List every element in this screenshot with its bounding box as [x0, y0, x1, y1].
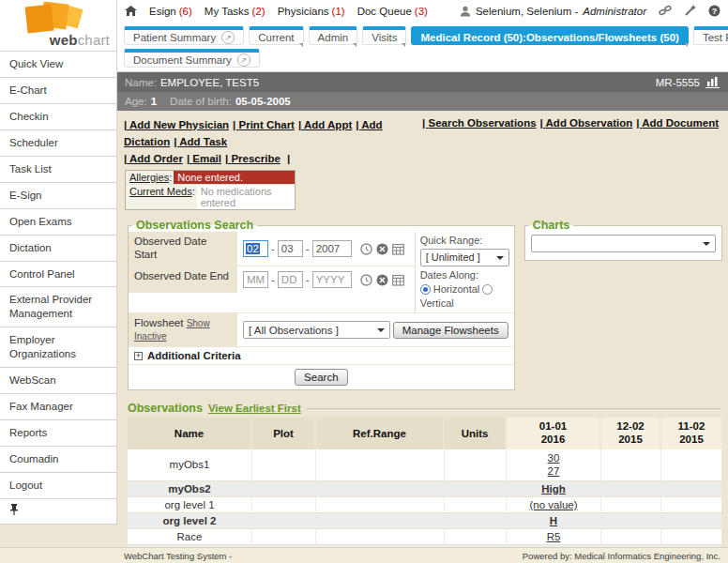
time-icon[interactable]: [360, 243, 372, 255]
calendar-icon[interactable]: [392, 274, 404, 286]
help-icon[interactable]: ?: [708, 5, 720, 17]
quick-range-label: Quick Range:: [420, 234, 509, 248]
topnav-doc-queue-count: (3): [415, 6, 428, 17]
sidebar-item-external-provider-management[interactable]: External Provider Management: [0, 286, 116, 327]
topnav-doc-queue-label: Doc Queue: [357, 6, 412, 17]
start-day-input[interactable]: [278, 240, 303, 257]
user-menu[interactable]: Selenium, Selenium - Administrator: [460, 6, 646, 17]
charts-select[interactable]: [531, 235, 716, 252]
table-row: org level 1 (no value): [128, 497, 721, 513]
link-add-appt[interactable]: Add Appt: [298, 119, 352, 130]
sidebar-item-reports[interactable]: Reports: [0, 419, 116, 446]
tab-patient-summary[interactable]: Patient Summary: [124, 26, 244, 45]
observations-search-title: Observations Search: [132, 219, 257, 232]
tab-admin-label: Admin: [318, 32, 349, 43]
table-row: org level 2 H: [128, 513, 721, 529]
topnav-esign[interactable]: Esign (6): [149, 6, 192, 17]
obs-value-link[interactable]: R5: [547, 531, 561, 542]
obs-value-link[interactable]: H: [550, 515, 557, 526]
flowsheet-value: [ All Observations ]: [249, 325, 339, 336]
sidebar-item-coumadin[interactable]: Coumadin: [0, 446, 116, 472]
sidebar-item-task-list[interactable]: Task List: [0, 156, 116, 182]
topnav-my-tasks[interactable]: My Tasks (2): [205, 6, 265, 17]
sidebar-item-logout[interactable]: Logout: [0, 472, 116, 498]
sidebar-item-dictation[interactable]: Dictation: [0, 235, 116, 261]
flowsheet-select[interactable]: [ All Observations ]: [243, 321, 390, 339]
horizontal-radio-label: Horizontal: [433, 283, 480, 295]
search-button[interactable]: Search: [295, 369, 347, 386]
link-add-task[interactable]: Add Task: [174, 136, 227, 147]
link-add-observation[interactable]: Add Observation: [540, 117, 633, 129]
sidebar-item-open-exams[interactable]: Open Exams: [0, 208, 116, 235]
sidebar-item-control-panel[interactable]: Control Panel: [0, 261, 116, 287]
clear-date-icon[interactable]: [376, 274, 388, 286]
link-icon[interactable]: [659, 5, 672, 17]
link-add-document[interactable]: Add Document: [636, 117, 719, 129]
topnav-doc-queue[interactable]: Doc Queue (3): [357, 6, 428, 17]
dates-along-vertical-radio[interactable]: [482, 284, 493, 295]
quick-range-value: [ Unlimited ]: [426, 251, 480, 265]
sidebar-item-e-chart[interactable]: E-Chart: [0, 77, 116, 103]
observations-search-panel: Observations Search Observed Date Start …: [128, 219, 515, 390]
calendar-icon[interactable]: [392, 243, 404, 255]
topnav-physicians[interactable]: Physicians (1): [278, 6, 345, 17]
quick-range-select[interactable]: [ Unlimited ]: [420, 249, 509, 266]
end-year-input[interactable]: [312, 271, 352, 288]
link-search-observations[interactable]: Search Observations: [422, 117, 536, 129]
action-links: Add New PhysicianPrint ChartAdd ApptAdd …: [124, 117, 722, 167]
tab-document-summary[interactable]: Document Summary: [124, 49, 260, 68]
view-earliest-first-link[interactable]: View Earliest First: [208, 403, 301, 414]
sidebar-item-quick-view[interactable]: Quick View: [0, 51, 116, 77]
tab-test-results[interactable]: Test Results: [693, 26, 728, 45]
additional-criteria-label: Additional Criteria: [147, 350, 241, 361]
end-day-input[interactable]: [278, 271, 303, 288]
link-email[interactable]: Email: [187, 153, 221, 164]
time-icon[interactable]: [360, 274, 372, 286]
obs-value-link[interactable]: (no value): [529, 499, 577, 510]
table-row: myObs1 3027: [128, 449, 721, 481]
sidebar-item-checkin[interactable]: Checkin: [0, 103, 116, 129]
tab-medical-record-observations[interactable]: Medical Record (50):Observations/Flowshe…: [411, 26, 688, 45]
external-link-icon[interactable]: [221, 31, 235, 44]
obs-value-link[interactable]: High: [541, 483, 566, 495]
sidebar-pin-button[interactable]: [0, 498, 116, 524]
manage-flowsheets-button[interactable]: Manage Flowsheets: [393, 322, 508, 339]
col-units: Units: [445, 418, 507, 449]
charts-panel: Charts: [524, 219, 722, 261]
topnav-esign-count: (6): [179, 6, 192, 17]
link-add-new-physician[interactable]: Add New Physician: [124, 119, 229, 130]
end-month-input[interactable]: [243, 271, 268, 288]
current-meds-link[interactable]: Current Meds: [126, 185, 197, 209]
start-year-input[interactable]: [312, 240, 352, 257]
allergies-link[interactable]: Allergies: [126, 171, 174, 184]
current-meds-value: No medications entered: [197, 185, 295, 209]
home-icon[interactable]: [125, 6, 137, 17]
patient-name-label: Name:: [125, 77, 157, 88]
tab-visits[interactable]: Visits: [362, 26, 406, 45]
sidebar-item-scheduler[interactable]: Scheduler: [0, 129, 116, 156]
sidebar-item-employer-organizations[interactable]: Employer Organizations: [0, 327, 116, 367]
obs-value-link[interactable]: 27: [508, 464, 599, 478]
webchart-logo[interactable]: webchart: [0, 0, 116, 51]
col-date-2: 12-02 2015: [601, 418, 661, 449]
tab-medical-record-label: Medical Record (50):Observations/Flowshe…: [420, 32, 678, 43]
external-link-icon[interactable]: [237, 53, 250, 67]
tab-patient-summary-label: Patient Summary: [133, 32, 216, 43]
obs-value-link[interactable]: 30: [508, 451, 599, 464]
link-print-chart[interactable]: Print Chart: [233, 119, 295, 130]
start-month-input[interactable]: 02: [243, 240, 268, 257]
charts-title: Charts: [529, 219, 574, 232]
additional-criteria-toggle[interactable]: Additional Criteria: [129, 346, 514, 364]
dates-along-horizontal-radio[interactable]: [420, 284, 431, 295]
link-prescribe[interactable]: Prescribe: [225, 153, 281, 164]
wand-icon[interactable]: [684, 5, 696, 17]
dates-along-label: Dates Along:: [420, 268, 509, 282]
tab-admin[interactable]: Admin: [309, 26, 358, 45]
sidebar-item-fax-manager[interactable]: Fax Manager: [0, 393, 116, 419]
link-add-order[interactable]: Add Order: [124, 153, 183, 164]
sidebar-item-webscan[interactable]: WebScan: [0, 367, 116, 393]
sidebar-item-e-sign[interactable]: E-Sign: [0, 182, 116, 208]
patient-mrn-link[interactable]: MR-5555: [656, 76, 720, 88]
clear-date-icon[interactable]: [376, 243, 388, 255]
tab-current[interactable]: Current: [249, 26, 303, 45]
